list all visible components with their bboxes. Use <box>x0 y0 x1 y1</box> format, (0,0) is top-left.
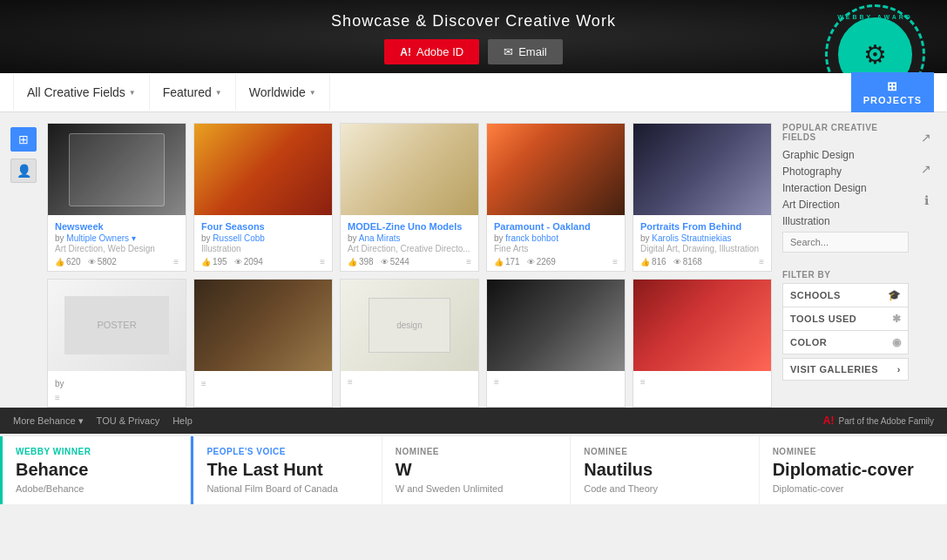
featured-dropdown[interactable]: Featured ▼ <box>150 75 236 110</box>
sidebar-interaction-design[interactable]: Interaction Design <box>782 182 909 194</box>
awards-bar: WEBBY WINNER Behance Adobe/Behance PEOPL… <box>0 434 947 504</box>
project-author: by franck bohbot <box>494 233 618 243</box>
nav-right: ⊞ PROJECTS <box>851 72 934 112</box>
project-title: MODEL-Zine Uno Models <box>348 221 471 232</box>
project-stats: 👍 195 👁 2094 ≡ <box>201 257 325 267</box>
project-thumbnail <box>487 124 625 215</box>
email-button[interactable]: ✉ Email <box>488 39 563 64</box>
tools-icon: ✱ <box>892 313 902 325</box>
award-nautilus: NOMINEE Nautilus Code and Theory <box>571 436 759 504</box>
search-input[interactable] <box>782 232 909 253</box>
color-label: COLOR <box>790 337 827 347</box>
award-behance: WEBBY WINNER Behance Adobe/Behance <box>3 436 191 504</box>
more-options[interactable]: ≡ <box>494 377 499 387</box>
sidebar-illustration[interactable]: Illustration <box>782 215 909 227</box>
projects-grid: Newsweek by Multiple Owners ▾ Art Direct… <box>47 123 772 408</box>
info-icon[interactable]: ℹ <box>916 190 937 211</box>
chevron-right-icon: › <box>897 364 901 374</box>
view-toggle: ⊞ 👤 <box>10 123 37 408</box>
caret-icon-2: ▼ <box>215 89 222 97</box>
project-card[interactable]: ≡ <box>486 279 626 408</box>
all-creative-fields-dropdown[interactable]: All Creative Fields ▼ <box>13 75 150 110</box>
user-view-button[interactable]: 👤 <box>10 159 37 183</box>
more-options[interactable]: ≡ <box>320 257 325 267</box>
tou-link[interactable]: TOU & Privacy <box>97 415 160 426</box>
projects-label: PROJECTS <box>863 95 922 105</box>
author-link[interactable]: Karolis Strautniekias <box>652 233 731 243</box>
project-category: Art Direction, Creative Directo... <box>348 244 471 253</box>
sidebar-photography[interactable]: Photography <box>782 165 909 178</box>
views-stat: 👁 5244 <box>381 257 409 267</box>
project-card[interactable]: MODEL-Zine Uno Models by Ana Mirats Art … <box>340 123 479 272</box>
expand-icon[interactable]: ↗ <box>916 127 937 148</box>
project-stats: ≡ <box>494 377 618 387</box>
visit-galleries-button[interactable]: VISIT GALLERIES › <box>782 358 909 381</box>
tools-filter[interactable]: TOOLS USED ✱ <box>782 307 909 330</box>
visit-galleries-label: VISIT GALLERIES <box>790 364 878 374</box>
color-icon: ◉ <box>892 336 902 348</box>
award-badge-nominee: NOMINEE <box>396 447 557 456</box>
sidebar-art-direction[interactable]: Art Direction <box>782 199 909 211</box>
award-name: The Last Hunt <box>206 460 368 480</box>
project-stats: ≡ <box>201 379 325 388</box>
schools-filter[interactable]: SCHOOLS 🎓 <box>782 283 909 307</box>
worldwide-dropdown[interactable]: Worldwide ▼ <box>236 75 330 110</box>
color-filter[interactable]: COLOR ◉ <box>782 330 909 354</box>
share-icon[interactable]: ↗ <box>916 159 937 179</box>
more-behance-link[interactable]: More Behance ▾ <box>13 415 84 427</box>
award-sub: Diplomatic-cover <box>773 483 934 494</box>
more-options[interactable]: ≡ <box>759 257 764 267</box>
project-card[interactable]: ≡ <box>193 279 333 408</box>
projects-button[interactable]: ⊞ PROJECTS <box>851 72 934 112</box>
project-card[interactable]: ≡ <box>632 279 772 408</box>
project-category: Fine Arts <box>494 244 618 253</box>
award-badge-winner: WEBBY WINNER <box>16 447 177 456</box>
project-card[interactable]: Newsweek by Multiple Owners ▾ Art Direct… <box>47 123 186 272</box>
header-title: Showcase & Discover Creative Work <box>17 12 930 30</box>
project-stats: ≡ <box>55 393 179 402</box>
project-stats: ≡ <box>348 377 471 387</box>
schools-icon: 🎓 <box>888 289 902 301</box>
sidebar-graphic-design[interactable]: Graphic Design <box>782 149 909 161</box>
author-link[interactable]: Russell Cobb <box>213 233 264 243</box>
more-options[interactable]: ≡ <box>348 377 353 387</box>
award-sub: Code and Theory <box>584 483 745 494</box>
project-info: ≡ <box>341 371 478 391</box>
grid-view-button[interactable]: ⊞ <box>10 127 37 152</box>
views-stat: 👁 2094 <box>234 257 263 267</box>
more-options[interactable]: ≡ <box>640 377 646 387</box>
popular-fields-title: POPULAR CREATIVE FIELDS <box>782 123 909 142</box>
project-card[interactable]: Paramount - Oakland by franck bohbot Fin… <box>486 123 626 272</box>
header-buttons: A! Adobe ID ✉ Email <box>17 39 930 64</box>
project-stats: 👍 620 👁 5802 ≡ <box>55 257 179 267</box>
project-card[interactable]: Four Seasons by Russell Cobb Illustratio… <box>193 123 333 272</box>
project-title: Portraits From Behind <box>640 221 764 232</box>
award-sub: National Film Board of Canada <box>206 483 368 494</box>
more-options[interactable]: ≡ <box>173 257 179 267</box>
likes-stat: 👍 620 <box>55 257 81 267</box>
author-link[interactable]: franck bohbot <box>505 233 558 243</box>
all-creative-fields-label: All Creative Fields <box>27 85 125 99</box>
adobe-id-label: Adobe ID <box>416 45 463 58</box>
help-link[interactable]: Help <box>172 415 193 426</box>
award-name: Nautilus <box>584 460 745 480</box>
project-card[interactable]: POSTER by ≡ <box>47 279 186 408</box>
adobe-id-button[interactable]: A! Adobe ID <box>384 39 479 64</box>
author-link[interactable]: Ana Mirats <box>359 233 401 243</box>
project-info: Paramount - Oakland by franck bohbot Fin… <box>487 215 625 271</box>
more-options[interactable]: ≡ <box>201 379 206 388</box>
author-link[interactable]: Multiple Owners ▾ <box>66 233 135 243</box>
more-options[interactable]: ≡ <box>55 393 60 402</box>
more-options[interactable]: ≡ <box>612 257 618 267</box>
adobe-family: A! Part of the Adobe Family <box>823 415 934 427</box>
award-badge-nominee: NOMINEE <box>773 447 934 456</box>
project-card[interactable]: design ≡ <box>340 279 479 408</box>
worldwide-label: Worldwide <box>249 85 306 99</box>
project-title: Newsweek <box>55 221 179 232</box>
more-options[interactable]: ≡ <box>466 257 471 267</box>
project-category: Illustration <box>201 244 325 253</box>
project-thumbnail <box>487 280 625 371</box>
award-sub: W and Sweden Unlimited <box>396 483 557 494</box>
project-card[interactable]: Portraits From Behind by Karolis Strautn… <box>632 123 772 272</box>
project-author: by Karolis Strautniekias <box>640 233 764 243</box>
